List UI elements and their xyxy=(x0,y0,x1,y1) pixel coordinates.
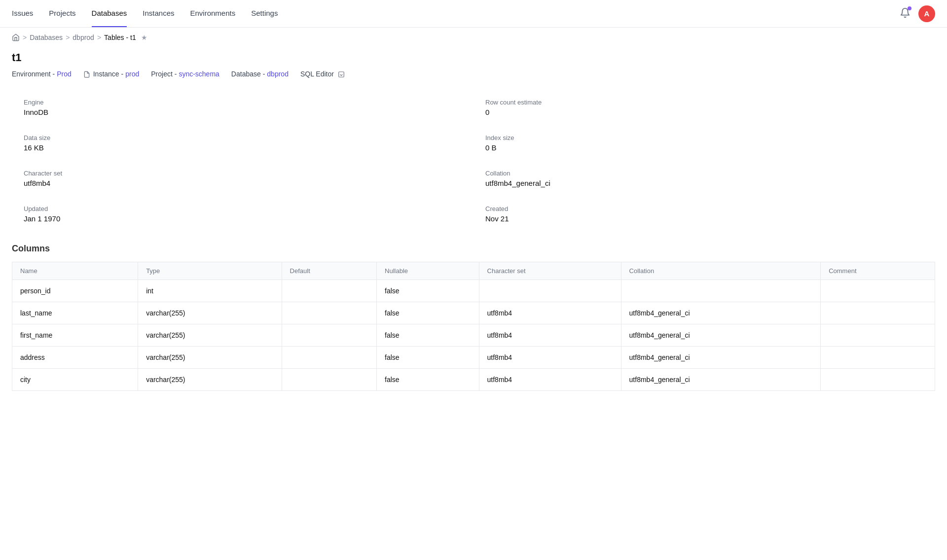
breadcrumb: > Databases > dbprod > Tables - t1 ★ xyxy=(0,28,947,47)
charset-value: utf8mb4 xyxy=(24,179,462,187)
cell-name: first_name xyxy=(12,324,138,347)
updated-value: Jan 1 1970 xyxy=(24,214,462,223)
instance-icon xyxy=(83,70,90,78)
col-header-nullable: Nullable xyxy=(377,262,479,280)
nav-issues[interactable]: Issues xyxy=(12,0,33,27)
breadcrumb-current: Tables - t1 xyxy=(104,34,136,41)
table-row: addressvarchar(255)falseutf8mb4utf8mb4_g… xyxy=(12,347,935,369)
collation-cell: Collation utf8mb4_general_ci xyxy=(474,161,935,196)
cell-nullable: false xyxy=(377,280,479,302)
cell-type: varchar(255) xyxy=(138,369,282,391)
instance-meta: Instance - prod xyxy=(83,70,140,78)
cell-charset: utf8mb4 xyxy=(479,302,621,324)
row-count-value: 0 xyxy=(485,108,923,116)
charset-cell: Character set utf8mb4 xyxy=(12,161,474,196)
col-header-name: Name xyxy=(12,262,138,280)
cell-default xyxy=(282,302,376,324)
cell-collation xyxy=(621,280,821,302)
cell-name: city xyxy=(12,369,138,391)
breadcrumb-sep-3: > xyxy=(97,34,101,41)
data-size-cell: Data size 16 KB xyxy=(12,125,474,161)
col-header-default: Default xyxy=(282,262,376,280)
avatar[interactable]: A xyxy=(918,5,935,22)
sql-editor-label: SQL Editor xyxy=(300,70,334,78)
database-value[interactable]: dbprod xyxy=(267,70,289,78)
created-cell: Created Nov 21 xyxy=(474,196,935,232)
breadcrumb-sep-1: > xyxy=(23,34,27,41)
table-row: first_namevarchar(255)falseutf8mb4utf8mb… xyxy=(12,324,935,347)
meta-row: Environment - Prod Instance - prod Proje… xyxy=(12,70,935,78)
sql-editor-icon xyxy=(338,70,345,78)
cell-collation: utf8mb4_general_ci xyxy=(621,324,821,347)
cell-type: int xyxy=(138,280,282,302)
cell-charset: utf8mb4 xyxy=(479,347,621,369)
notification-bell[interactable] xyxy=(900,7,911,20)
cell-collation: utf8mb4_general_ci xyxy=(621,369,821,391)
engine-label: Engine xyxy=(24,99,462,106)
charset-label: Character set xyxy=(24,170,462,177)
breadcrumb-databases[interactable]: Databases xyxy=(30,34,63,41)
nav-right: A xyxy=(900,5,935,22)
info-section: Engine InnoDB Row count estimate 0 Data … xyxy=(12,90,935,232)
index-size-value: 0 B xyxy=(485,143,923,152)
page-header: t1 Environment - Prod Instance - prod Pr… xyxy=(0,47,947,86)
nav-environments[interactable]: Environments xyxy=(190,0,235,27)
col-header-type: Type xyxy=(138,262,282,280)
table-row: cityvarchar(255)falseutf8mb4utf8mb4_gene… xyxy=(12,369,935,391)
row-count-label: Row count estimate xyxy=(485,99,923,106)
cell-name: last_name xyxy=(12,302,138,324)
nav-databases[interactable]: Databases xyxy=(92,0,127,27)
environment-label: Environment - xyxy=(12,70,55,78)
nav-instances[interactable]: Instances xyxy=(143,0,174,27)
cell-nullable: false xyxy=(377,324,479,347)
page-title: t1 xyxy=(12,51,935,64)
table-header-row: Name Type Default Nullable Character set… xyxy=(12,262,935,280)
cell-nullable: false xyxy=(377,369,479,391)
cell-charset xyxy=(479,280,621,302)
environment-value[interactable]: Prod xyxy=(57,70,72,78)
database-meta: Database - dbprod xyxy=(231,70,289,78)
favorite-star-icon[interactable]: ★ xyxy=(141,34,147,41)
col-header-comment: Comment xyxy=(821,262,935,280)
cell-name: person_id xyxy=(12,280,138,302)
columns-title: Columns xyxy=(12,244,935,254)
table-body: person_idintfalselast_namevarchar(255)fa… xyxy=(12,280,935,391)
engine-value: InnoDB xyxy=(24,108,462,116)
sql-editor-meta[interactable]: SQL Editor xyxy=(300,70,345,78)
cell-nullable: false xyxy=(377,347,479,369)
instance-label: Instance - xyxy=(93,70,123,78)
nav-projects[interactable]: Projects xyxy=(49,0,75,27)
cell-default xyxy=(282,280,376,302)
cell-type: varchar(255) xyxy=(138,347,282,369)
project-label: Project - xyxy=(151,70,177,78)
breadcrumb-sep-2: > xyxy=(66,34,70,41)
columns-table: Name Type Default Nullable Character set… xyxy=(12,262,935,391)
row-count-cell: Row count estimate 0 xyxy=(474,90,935,125)
col-header-charset: Character set xyxy=(479,262,621,280)
instance-value[interactable]: prod xyxy=(125,70,139,78)
breadcrumb-db[interactable]: dbprod xyxy=(73,34,94,41)
environment-meta: Environment - Prod xyxy=(12,70,72,78)
updated-cell: Updated Jan 1 1970 xyxy=(12,196,474,232)
columns-section: Columns Name Type Default Nullable Chara… xyxy=(0,244,947,391)
cell-comment xyxy=(821,280,935,302)
project-value[interactable]: sync-schema xyxy=(179,70,219,78)
cell-comment xyxy=(821,302,935,324)
cell-charset: utf8mb4 xyxy=(479,324,621,347)
index-size-cell: Index size 0 B xyxy=(474,125,935,161)
nav-settings[interactable]: Settings xyxy=(251,0,278,27)
cell-comment xyxy=(821,369,935,391)
project-meta: Project - sync-schema xyxy=(151,70,219,78)
cell-default xyxy=(282,347,376,369)
cell-collation: utf8mb4_general_ci xyxy=(621,302,821,324)
collation-value: utf8mb4_general_ci xyxy=(485,179,923,187)
cell-default xyxy=(282,324,376,347)
home-icon[interactable] xyxy=(12,34,20,41)
data-size-label: Data size xyxy=(24,134,462,141)
data-size-value: 16 KB xyxy=(24,143,462,152)
cell-charset: utf8mb4 xyxy=(479,369,621,391)
cell-comment xyxy=(821,347,935,369)
table-header: Name Type Default Nullable Character set… xyxy=(12,262,935,280)
top-nav: Issues Projects Databases Instances Envi… xyxy=(0,0,947,28)
engine-cell: Engine InnoDB xyxy=(12,90,474,125)
